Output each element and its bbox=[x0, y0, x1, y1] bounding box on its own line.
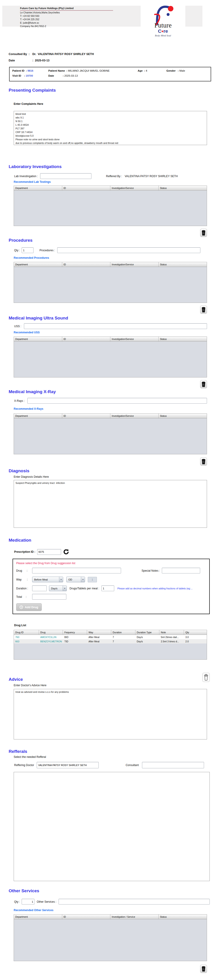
delete-procedures-selection-button[interactable] bbox=[200, 305, 207, 314]
xray-col-investigation: Investigation/Service bbox=[110, 414, 159, 418]
refresh-prescription-button[interactable] bbox=[63, 549, 69, 555]
trash-icon bbox=[201, 381, 206, 387]
per-meal-input[interactable] bbox=[101, 585, 114, 591]
patient-age-label: Age : bbox=[138, 69, 146, 72]
complaints-textarea[interactable]: blood test wbc 9.1 N 50.1 L 40.3 HIGH PL… bbox=[14, 111, 207, 145]
uss-table-body bbox=[14, 342, 207, 377]
refresh-icon bbox=[63, 549, 69, 555]
way-row: Way : Before Meal ▼ OD ▼ bbox=[16, 577, 206, 582]
patient-id-label: Patient ID : bbox=[12, 69, 27, 72]
xray-input[interactable] bbox=[27, 398, 207, 404]
logo-text-care: C♥re bbox=[141, 29, 185, 33]
uss-col-investigation: Investigation/Service bbox=[110, 337, 159, 341]
drug-2-duration: 7 bbox=[111, 640, 135, 643]
diagnosis-title: Diagnosis bbox=[9, 468, 212, 473]
duration-row: Duration : Day/s ▼ Drugs/Tablets per mea… bbox=[16, 585, 206, 591]
advice-textarea[interactable]: treat as advised and review s.o.s for an… bbox=[14, 689, 207, 740]
diagnosis-textarea[interactable]: Suspect Pharyngitis and urinery tract in… bbox=[14, 480, 207, 528]
visit-id-value: 19700 bbox=[26, 74, 33, 77]
procedures-table-body bbox=[14, 267, 207, 303]
trash-icon bbox=[201, 307, 206, 313]
frequency-value: OD bbox=[67, 578, 81, 581]
drug-row-2[interactable]: 663 BENZOYLMETRON TID After Meal 7 Day/s… bbox=[14, 639, 207, 643]
recommended-lab-testings-link[interactable]: Recommended Lab Testings bbox=[14, 180, 212, 184]
patient-gender-value: Male bbox=[180, 69, 185, 72]
drug-1-name: AMOXYCILLIN bbox=[39, 636, 63, 638]
lab-table-body bbox=[14, 191, 207, 226]
os-col-investigation: Investigation / Service bbox=[110, 915, 159, 919]
company-email: E: jude@future.sc bbox=[20, 21, 113, 24]
uss-input[interactable] bbox=[24, 323, 207, 329]
duration-input[interactable] bbox=[32, 585, 47, 591]
other-services-title: Other Services bbox=[9, 888, 212, 893]
advice-sublabel: Enter Doctor's Advice Here bbox=[14, 684, 212, 687]
drug-input[interactable] bbox=[32, 568, 121, 573]
chevron-down-icon: ▼ bbox=[63, 586, 67, 591]
medication-title: Medication bbox=[9, 538, 212, 543]
duration-type-select[interactable]: Day/s ▼ bbox=[49, 585, 67, 591]
drug-2-frequency: TID bbox=[63, 640, 87, 643]
recommended-procedures-link[interactable]: Recommended Procedures bbox=[14, 256, 212, 260]
drug-1-note: 5ml 2times dail... bbox=[159, 636, 184, 638]
referring-doctor-input[interactable] bbox=[37, 762, 99, 768]
delete-xray-selection-button[interactable] bbox=[200, 458, 207, 466]
refferal-details-box[interactable] bbox=[14, 772, 210, 881]
prescription-id-input[interactable] bbox=[37, 549, 61, 555]
heart-icon: ♥ bbox=[161, 29, 164, 33]
prescription-row: Prescription ID : bbox=[14, 549, 212, 555]
special-notes-input[interactable] bbox=[162, 568, 200, 573]
frequency-select[interactable]: OD ▼ bbox=[66, 577, 85, 582]
other-services-qty-input[interactable] bbox=[22, 899, 34, 905]
lab-investigation-input[interactable] bbox=[40, 173, 92, 179]
delete-drug-button[interactable] bbox=[202, 673, 210, 682]
company-name: Future Care by Future Holdings (Pty) Lim… bbox=[20, 7, 113, 11]
drug-table-body: 760 AMOXYCILLIN BID After Meal 7 Day/s 5… bbox=[14, 635, 207, 660]
procedures-input[interactable] bbox=[57, 247, 201, 253]
recommended-xray-link[interactable]: Recommended X-Rays bbox=[14, 407, 212, 410]
patient-name-value: MILIANO JACQUI WAVEL GOBINE bbox=[68, 69, 109, 72]
drug-2-way: After Meal bbox=[87, 640, 111, 643]
refferal-row: Reffering Doctor Consultant bbox=[14, 762, 212, 768]
add-drug-button[interactable]: + Add Drug bbox=[16, 603, 42, 611]
delete-other-services-button[interactable] bbox=[200, 965, 207, 973]
trash-icon bbox=[201, 966, 206, 972]
drug-col-drug: Drug bbox=[39, 630, 63, 635]
xray-col-status: Status bbox=[159, 414, 207, 418]
chevron-down-icon: ▼ bbox=[81, 577, 85, 582]
procedures-qty-input[interactable] bbox=[22, 247, 34, 253]
uss-label: USS : bbox=[14, 325, 21, 328]
other-services-label: Other Services : bbox=[37, 900, 56, 904]
consultant-input[interactable] bbox=[142, 762, 204, 768]
lab-col-status: Status bbox=[159, 186, 207, 190]
delete-lab-selection-button[interactable] bbox=[200, 229, 207, 237]
delete-uss-selection-button[interactable] bbox=[200, 380, 207, 388]
lab-col-investigation: Investigation/Service bbox=[110, 186, 159, 190]
logo-care-c: C bbox=[158, 29, 161, 33]
drug-col-duration-type: Duration Type bbox=[135, 630, 159, 635]
drug-col-id: Drug ID bbox=[14, 630, 39, 635]
add-icon: + bbox=[19, 606, 23, 609]
os-col-id: ID bbox=[62, 915, 111, 919]
patient-gender-label: Gender : bbox=[166, 69, 180, 72]
recommended-uss-link[interactable]: Recommended USS bbox=[14, 331, 212, 334]
consult-date-label: Date bbox=[9, 59, 32, 62]
total-label: Total : bbox=[16, 595, 32, 598]
other-services-table-body bbox=[14, 919, 207, 961]
other-services-row: Qty : Other Services : bbox=[14, 899, 212, 905]
prescription-id-label: Prescription ID : bbox=[14, 550, 35, 554]
drug-row-1[interactable]: 760 AMOXYCILLIN BID After Meal 7 Day/s 5… bbox=[14, 635, 207, 639]
other-services-input[interactable] bbox=[59, 899, 210, 905]
lab-investigation-row: Lab Investingation : Reffered By : VALEN… bbox=[14, 173, 212, 179]
meal-time-select[interactable]: Before Meal ▼ bbox=[32, 577, 63, 582]
xray-table-header: Department ID Investigation/Service Stat… bbox=[14, 414, 207, 418]
xray-title: Medical Imaging X-Ray bbox=[9, 389, 212, 394]
procedures-title: Procedures bbox=[9, 238, 212, 243]
total-input[interactable] bbox=[32, 594, 66, 600]
drug-col-duration: Duration bbox=[111, 630, 135, 635]
recommended-other-services-link[interactable]: Recommended Other Services bbox=[14, 908, 212, 912]
lab-col-department: Department bbox=[14, 186, 62, 190]
drug-1-id: 760 bbox=[14, 636, 39, 638]
drug-2-note: 2.5ml 3 times d... bbox=[159, 640, 184, 643]
procedures-qty-label: Qty : bbox=[14, 249, 20, 252]
decimal-note: Please add as decimal numbers when addin… bbox=[117, 587, 206, 590]
